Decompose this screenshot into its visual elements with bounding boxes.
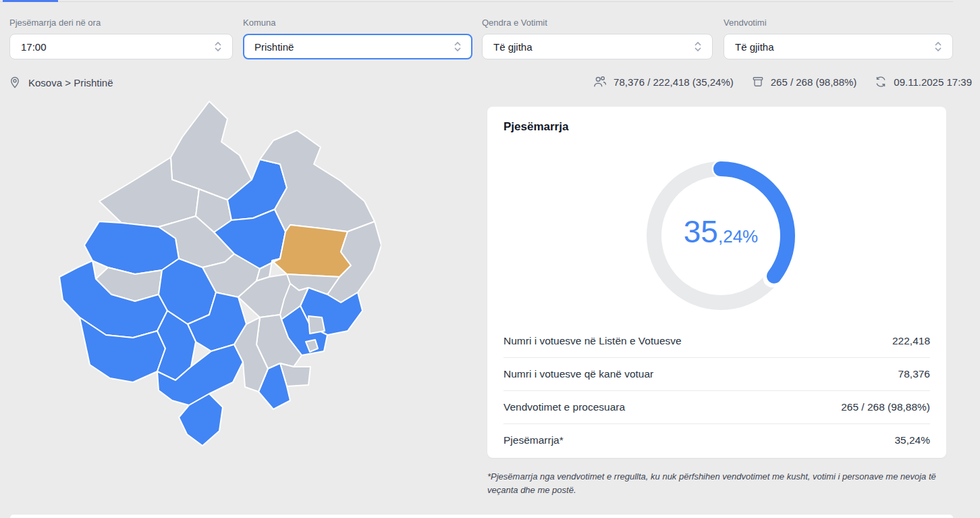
polling-station-value: Të gjitha xyxy=(735,41,933,53)
row-value: 35,24% xyxy=(894,434,930,446)
filter-polling-station: Vendvotimi Të gjitha xyxy=(724,18,953,59)
refresh-icon xyxy=(874,75,888,88)
filter-label-participation-time: Pjesëmarrja deri në ora xyxy=(9,18,233,28)
stat-last-update-text: 09.11.2025 17:39 xyxy=(894,76,972,88)
summary-stats: 78,376 / 222,418 (35,24%) 265 / 268 (98,… xyxy=(593,75,972,88)
row-label: Vendvotimet e procesuara xyxy=(503,401,625,413)
chevron-updown-icon xyxy=(453,41,462,53)
table-row-processed-stations: Vendvotimet e procesuara 265 / 268 (98,8… xyxy=(503,390,930,423)
donut-center-value: 35 ,24% xyxy=(684,216,758,247)
filter-label-polling-station: Vendvotimi xyxy=(724,18,953,28)
stat-last-update: 09.11.2025 17:39 xyxy=(874,75,972,88)
participation-time-value: 17:00 xyxy=(21,41,213,53)
stat-polling-stations: 265 / 268 (98,88%) xyxy=(751,75,857,88)
donut-value-main: 35 xyxy=(684,216,718,247)
stat-voters: 78,376 / 222,418 (35,24%) xyxy=(593,75,734,88)
stat-voters-text: 78,376 / 222,418 (35,24%) xyxy=(614,76,734,88)
voting-center-select[interactable]: Të gjitha xyxy=(482,34,713,59)
ballot-box-icon xyxy=(751,75,765,88)
municipality-value: Prishtinë xyxy=(254,41,453,53)
participation-donut-chart: 35 ,24% xyxy=(643,158,798,313)
chevron-updown-icon xyxy=(933,41,943,53)
location-pin-icon xyxy=(8,75,22,90)
donut-value-decimal: ,24% xyxy=(718,228,758,245)
participation-time-select[interactable]: 17:00 xyxy=(9,34,233,59)
row-value: 78,376 xyxy=(898,368,930,380)
row-value: 222,418 xyxy=(892,335,930,347)
row-label: Numri i votuesve në Listën e Votuesve xyxy=(503,335,682,347)
filter-participation-time: Pjesëmarrja deri në ora 17:00 xyxy=(9,18,233,59)
voters-icon xyxy=(593,75,607,88)
municipality-select[interactable]: Prishtinë xyxy=(243,34,472,59)
polling-station-select[interactable]: Të gjitha xyxy=(724,34,953,59)
table-row-voters-voted: Numri i votuesve që kanë votuar 78,376 xyxy=(503,357,930,390)
card-title: Pjesëmarrja xyxy=(503,120,568,134)
participation-card: Pjesëmarrja 35 ,24% Numri i votuesve në … xyxy=(487,107,946,458)
filter-municipality: Komuna Prishtinë xyxy=(243,18,472,59)
chevron-updown-icon xyxy=(213,41,223,53)
table-row-registered-voters: Numri i votuesve në Listën e Votuesve 22… xyxy=(503,324,930,357)
breadcrumb[interactable]: Kosova > Prishtinë xyxy=(8,75,113,90)
filter-label-municipality: Komuna xyxy=(243,18,472,28)
filter-voting-center: Qendra e Votimit Të gjitha xyxy=(482,18,713,59)
table-row-participation: Pjesëmarrja* 35,24% xyxy=(503,423,930,457)
voting-center-value: Të gjitha xyxy=(493,41,693,53)
active-tab-indicator xyxy=(3,0,58,2)
breadcrumb-text: Kosova > Prishtinë xyxy=(28,77,113,88)
participation-table: Numri i votuesve në Listën e Votuesve 22… xyxy=(503,324,930,457)
row-label: Pjesëmarrja* xyxy=(503,434,564,446)
tab-bar-divider xyxy=(0,1,953,2)
stat-polling-stations-text: 265 / 268 (98,88%) xyxy=(771,76,857,88)
next-section-card-top xyxy=(10,515,953,518)
row-label: Numri i votuesve që kanë votuar xyxy=(503,368,653,380)
map-container xyxy=(57,100,381,448)
row-value: 265 / 268 (98,88%) xyxy=(841,401,930,413)
map-region-n12[interactable] xyxy=(308,316,325,334)
participation-footnote: *Pjesëmarrja nga vendvotimet e rregullta… xyxy=(487,470,954,497)
chevron-updown-icon xyxy=(693,41,703,53)
kosovo-municipalities-map xyxy=(57,100,381,448)
filter-label-voting-center: Qendra e Votimit xyxy=(482,18,713,28)
